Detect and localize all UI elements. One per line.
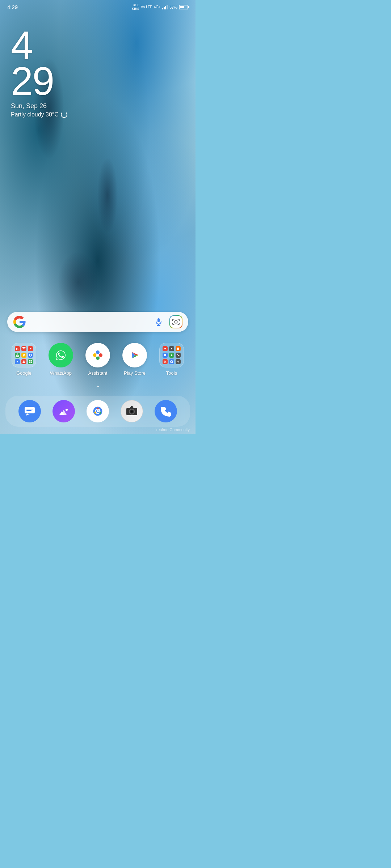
- camera-lens-icon: [172, 318, 180, 326]
- search-bar[interactable]: [7, 312, 188, 332]
- svg-rect-33: [164, 354, 165, 355]
- assistant-icon: [85, 343, 110, 367]
- google-folder-icon: G: [12, 343, 36, 367]
- tools-mini-8: [169, 359, 174, 364]
- mic-button[interactable]: [152, 315, 165, 328]
- google-logo: [13, 315, 26, 328]
- app-label-playstore: Play Store: [124, 370, 146, 376]
- svg-point-48: [66, 409, 68, 411]
- svg-point-31: [171, 348, 172, 349]
- svg-point-24: [99, 353, 102, 357]
- folder-mini-youtube: [28, 346, 33, 351]
- signal-type: 4G+: [154, 5, 161, 9]
- app-item-google[interactable]: G: [8, 343, 40, 376]
- svg-point-59: [135, 409, 136, 410]
- dock-chrome-button[interactable]: [87, 400, 109, 422]
- realme-branding: realme Community: [156, 427, 190, 432]
- tools-folder-icon: [159, 343, 184, 367]
- folder-mini-gmail: [21, 346, 26, 351]
- svg-marker-11: [16, 354, 19, 357]
- svg-point-40: [171, 361, 173, 363]
- svg-rect-20: [31, 362, 32, 363]
- app-label-assistant: Assistant: [88, 370, 108, 376]
- svg-rect-4: [157, 318, 160, 322]
- dock: [5, 396, 190, 427]
- dock-gallery-button[interactable]: [52, 400, 75, 422]
- svg-rect-0: [162, 8, 163, 9]
- playstore-icon: [122, 343, 147, 367]
- folder-mini-g: G: [15, 346, 20, 351]
- tools-mini-2: [169, 346, 174, 351]
- network-speed: 31.0 KB/S: [132, 4, 139, 11]
- clock-date: Sun, Sep 26: [11, 102, 185, 110]
- playstore-logo: [127, 348, 142, 363]
- svg-point-15: [17, 361, 18, 362]
- svg-marker-37: [171, 354, 173, 356]
- tools-mini-1: [163, 346, 168, 351]
- app-item-tools[interactable]: Tools: [155, 343, 188, 376]
- signal-bars-icon: [162, 5, 168, 9]
- svg-point-26: [93, 353, 97, 357]
- svg-rect-3: [167, 5, 168, 9]
- svg-rect-17: [29, 360, 30, 362]
- folder-mini-contacts: [21, 359, 26, 364]
- tools-mini-3: [176, 346, 181, 351]
- search-bar-container: [0, 312, 196, 339]
- app-grid: G: [0, 339, 196, 381]
- tools-mini-6: [176, 353, 181, 358]
- svg-point-27: [96, 354, 99, 357]
- swipe-indicator: ⌃: [0, 381, 196, 396]
- svg-point-25: [96, 356, 100, 360]
- tools-mini-9: [176, 359, 181, 364]
- clock-widget: 4 29 Sun, Sep 26 Partly cloudy 30°C: [0, 13, 196, 122]
- folder-mini-meet: [28, 353, 33, 358]
- svg-rect-18: [31, 360, 32, 362]
- svg-point-54: [97, 410, 99, 412]
- messages-icon: [23, 405, 36, 418]
- folder-mini-photos: [15, 359, 20, 364]
- app-item-whatsapp[interactable]: WhatsApp: [45, 343, 77, 376]
- svg-rect-19: [29, 362, 30, 363]
- tools-mini-4: [163, 353, 168, 358]
- clock-hour: 4: [11, 27, 185, 63]
- status-time: 4:29: [7, 4, 18, 10]
- app-item-playstore[interactable]: Play Store: [118, 343, 151, 376]
- folder-mini-extra: [28, 359, 33, 364]
- svg-point-30: [164, 348, 166, 349]
- app-item-assistant[interactable]: Assistant: [81, 343, 114, 376]
- whatsapp-icon: [49, 343, 73, 367]
- app-label-google: Google: [16, 370, 31, 376]
- dock-messages-button[interactable]: [18, 400, 41, 422]
- dock-phone-button[interactable]: [155, 400, 177, 422]
- search-icons: [152, 315, 182, 328]
- whatsapp-logo: [53, 348, 68, 363]
- folder-mini-maps: [21, 353, 26, 358]
- svg-point-23: [96, 350, 100, 354]
- svg-text:G: G: [16, 347, 18, 350]
- network-type: Vo LTE: [141, 5, 152, 9]
- app-label-tools: Tools: [166, 370, 177, 376]
- lens-button[interactable]: [169, 315, 182, 328]
- svg-point-16: [23, 361, 25, 362]
- svg-rect-2: [165, 6, 166, 9]
- gallery-icon: [57, 405, 70, 418]
- lens-inner: [170, 316, 182, 328]
- folder-mini-drive: [15, 353, 20, 358]
- app-label-whatsapp: WhatsApp: [50, 370, 72, 376]
- svg-rect-35: [164, 355, 165, 356]
- battery-percent: 57%: [169, 5, 177, 9]
- battery-icon: [179, 5, 188, 9]
- tools-mini-7: [163, 359, 168, 364]
- svg-point-14: [29, 354, 31, 356]
- svg-point-7: [175, 320, 177, 323]
- svg-rect-36: [165, 355, 166, 356]
- assistant-logo: [90, 348, 105, 363]
- dock-camera-button[interactable]: [121, 400, 143, 422]
- weather-refresh-icon[interactable]: [61, 111, 67, 118]
- status-bar: 4:29 31.0 KB/S Vo LTE 4G+ 57%: [0, 0, 196, 13]
- chrome-icon: [90, 404, 105, 419]
- svg-rect-42: [178, 361, 178, 363]
- status-right-group: 31.0 KB/S Vo LTE 4G+ 57%: [132, 4, 188, 11]
- clock-weather: Partly cloudy 30°C: [11, 111, 185, 118]
- tools-mini-5: [169, 353, 174, 358]
